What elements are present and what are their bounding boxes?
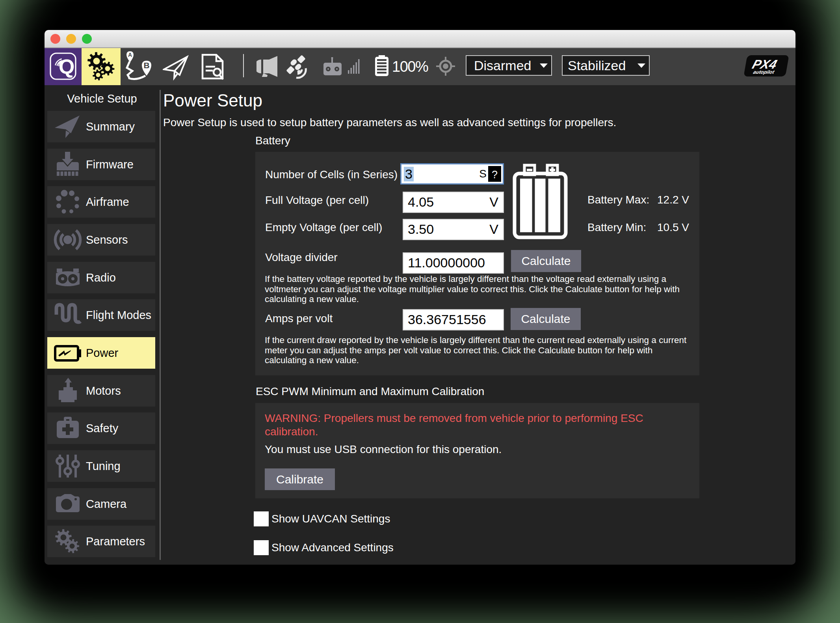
svg-text:A: A — [128, 52, 132, 58]
svg-text:B: B — [143, 61, 149, 70]
svg-text:autopilot: autopilot — [753, 69, 775, 75]
